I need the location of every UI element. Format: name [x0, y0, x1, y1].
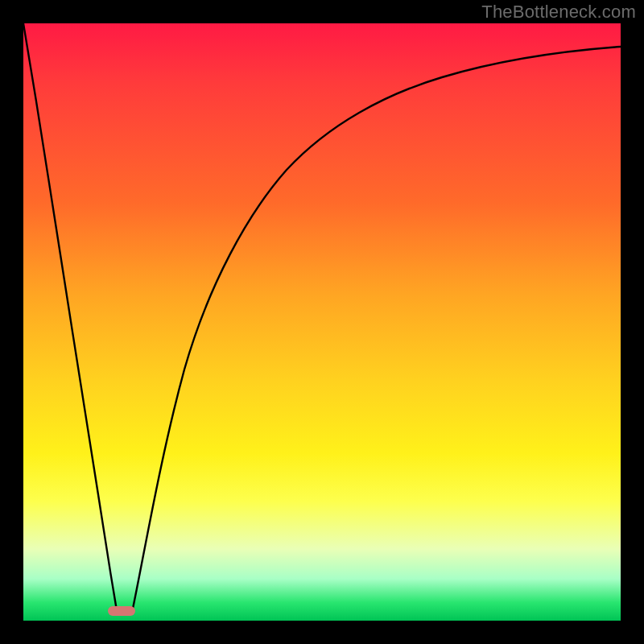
curve-left-descent	[23, 23, 118, 613]
chart-frame: TheBottleneck.com	[0, 0, 644, 644]
bottleneck-marker	[108, 606, 135, 616]
plot-curves	[23, 23, 621, 621]
watermark-text: TheBottleneck.com	[481, 2, 636, 23]
plot-area	[23, 23, 621, 621]
curve-right-ascend	[133, 47, 621, 609]
